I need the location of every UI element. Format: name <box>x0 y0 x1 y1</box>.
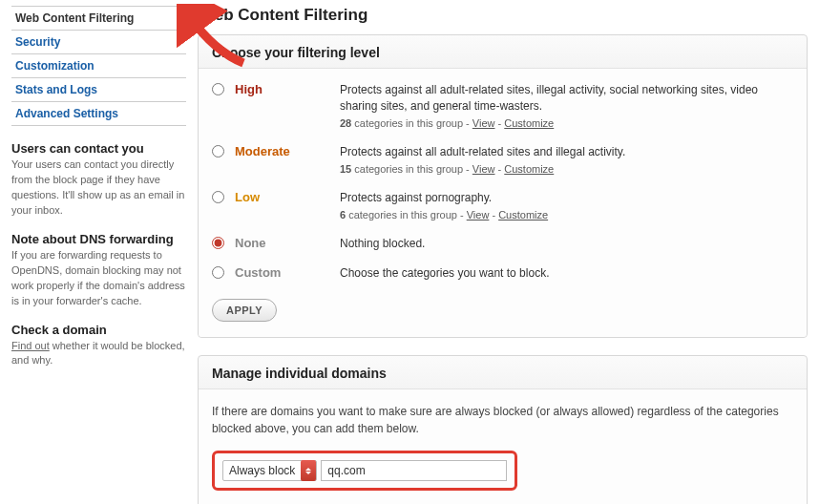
radio-high[interactable] <box>212 83 224 95</box>
level-desc: Nothing blocked. <box>340 236 793 252</box>
level-sub: 15 categories in this group - View - Cus… <box>340 162 793 177</box>
nav-stats-and-logs[interactable]: Stats and Logs <box>11 78 186 102</box>
level-count: 28 <box>340 117 351 129</box>
level-row-custom: Custom Choose the categories you want to… <box>212 265 793 282</box>
panel-heading: Manage individual domains <box>199 356 807 389</box>
level-label-low: Low <box>235 190 340 204</box>
level-sub: 6 categories in this group - View - Cust… <box>340 208 793 222</box>
level-label-high: High <box>235 82 340 96</box>
main: Web Content Filtering Choose your filter… <box>198 6 808 504</box>
sidebar-nav: Web Content Filtering Security Customiza… <box>11 6 186 126</box>
sep: - <box>489 209 498 220</box>
sidebar-block-body: Find out whether it would be blocked, an… <box>11 339 186 369</box>
sidebar-block-contact: Users can contact you Your users can con… <box>11 141 186 219</box>
level-desc: Protects against all adult-related sites… <box>340 82 793 115</box>
customize-link[interactable]: Customize <box>504 163 554 175</box>
sidebar-block-body: Your users can contact you directly from… <box>11 158 186 219</box>
level-desc: Choose the categories you want to block. <box>340 265 793 282</box>
domain-entry-row: Always block <box>212 451 517 491</box>
manage-domains-panel: Manage individual domains If there are d… <box>198 355 808 504</box>
nav-web-content-filtering[interactable]: Web Content Filtering <box>11 7 186 31</box>
sep: - <box>494 163 504 175</box>
filtering-panel: Choose your filtering level High Protect… <box>198 34 808 338</box>
select-stepper-icon <box>301 460 316 481</box>
level-cats-text: categories in this group - <box>351 163 472 175</box>
level-desc: Protects against all adult-related sites… <box>340 144 793 160</box>
view-link[interactable]: View <box>472 117 495 129</box>
page-title: Web Content Filtering <box>200 6 808 25</box>
domain-input[interactable] <box>321 460 507 481</box>
nav-advanced-settings[interactable]: Advanced Settings <box>11 102 186 126</box>
sidebar-block-title: Note about DNS forwarding <box>11 232 186 246</box>
level-label-none: None <box>235 236 340 250</box>
sidebar: Web Content Filtering Security Customiza… <box>11 6 198 504</box>
manage-desc: If there are domains you want to make su… <box>212 403 793 437</box>
customize-link[interactable]: Customize <box>498 209 548 220</box>
level-row-low: Low Protects against pornography. 6 cate… <box>212 190 793 222</box>
sidebar-block-body: If you are forwarding requests to OpenDN… <box>11 248 186 309</box>
apply-button[interactable]: APPLY <box>212 299 277 322</box>
radio-custom[interactable] <box>212 266 224 279</box>
sidebar-block-title: Check a domain <box>11 323 186 337</box>
level-cats-text: categories in this group - <box>351 117 472 129</box>
sidebar-block-check: Check a domain Find out whether it would… <box>11 323 186 369</box>
nav-security[interactable]: Security <box>11 31 186 54</box>
level-row-moderate: Moderate Protects against all adult-rela… <box>212 144 793 177</box>
level-desc: Protects against pornography. <box>340 190 793 206</box>
level-sub: 28 categories in this group - View - Cus… <box>340 116 793 131</box>
action-select[interactable]: Always block <box>222 460 317 481</box>
level-row-none: None Nothing blocked. <box>212 236 793 252</box>
level-label-custom: Custom <box>235 265 340 280</box>
radio-low[interactable] <box>212 191 224 203</box>
sidebar-block-title: Users can contact you <box>11 141 186 156</box>
level-label-moderate: Moderate <box>235 144 340 158</box>
nav-customization[interactable]: Customization <box>11 54 186 78</box>
level-cats-text: categories in this group - <box>346 209 467 220</box>
action-select-label: Always block <box>223 464 301 477</box>
customize-link[interactable]: Customize <box>504 117 554 129</box>
view-link[interactable]: View <box>467 209 490 220</box>
radio-moderate[interactable] <box>212 145 224 158</box>
sidebar-block-dns: Note about DNS forwarding If you are for… <box>11 232 186 309</box>
level-count: 15 <box>340 163 351 175</box>
radio-none[interactable] <box>212 237 224 249</box>
level-row-high: High Protects against all adult-related … <box>212 82 793 131</box>
find-out-link[interactable]: Find out <box>11 340 50 351</box>
view-link[interactable]: View <box>472 163 495 175</box>
panel-heading: Choose your filtering level <box>199 35 807 69</box>
sep: - <box>494 117 504 129</box>
